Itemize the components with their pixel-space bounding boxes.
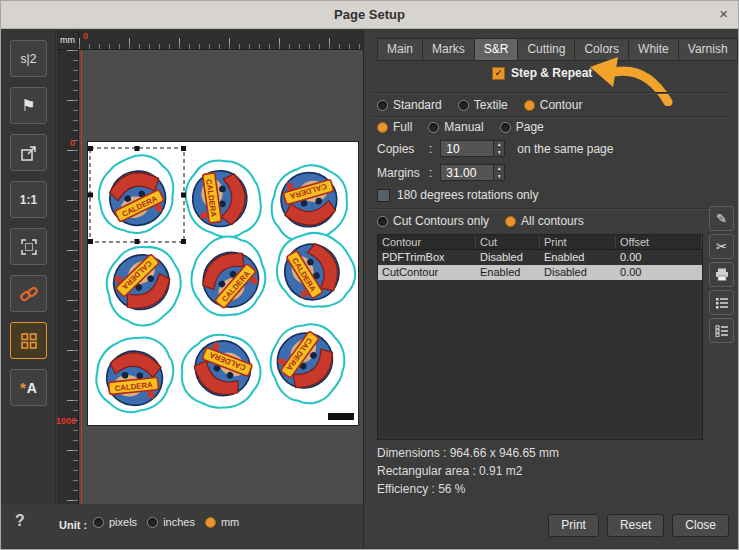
radio-page-label: Page [516, 120, 544, 134]
left-toolbar: s|2 ⚑ 1:1 *A [1, 30, 56, 504]
contours-table[interactable]: Contour Cut Print Offset PDFTrimBox Disa… [377, 234, 703, 440]
action-buttons: Print Reset Close [548, 514, 729, 537]
efficiency-stat: Efficiency : 56 % [377, 482, 466, 496]
radio-standard[interactable]: Standard [377, 98, 442, 112]
one-to-one-icon: 1:1 [20, 193, 37, 207]
titlebar: Page Setup × [1, 1, 738, 29]
rotation-checkbox-row[interactable]: 180 degrees rotations only [377, 188, 730, 202]
sticker[interactable] [270, 164, 348, 243]
copies-field[interactable]: 10 ▲▼ [440, 140, 505, 157]
tab-colors[interactable]: Colors [574, 38, 628, 61]
radio-contour[interactable]: Contour [524, 98, 583, 112]
step-repeat-checkbox[interactable]: ✓ [492, 67, 505, 80]
radio-unit-pixels[interactable]: pixels [93, 516, 137, 528]
radio-manual[interactable]: Manual [428, 120, 483, 134]
margins-label: Margins [377, 166, 427, 180]
margins-spinner: ▲▼ [493, 165, 504, 180]
scissors-icon: ✂ [716, 239, 727, 254]
print-button[interactable]: Print [548, 514, 599, 537]
copies-input[interactable]: 10 [441, 141, 493, 156]
col-offset[interactable]: Offset [616, 235, 702, 249]
col-print[interactable]: Print [540, 235, 616, 249]
fit-view-button[interactable] [10, 228, 47, 265]
spin-up-icon[interactable]: ▲ [494, 165, 504, 173]
tab-main[interactable]: Main [377, 38, 422, 61]
v-ruler-1000: 1000 [56, 416, 76, 426]
cell-contour: PDFTrimBox [378, 250, 476, 265]
sticker[interactable] [176, 224, 282, 330]
help-button[interactable]: ? [15, 512, 25, 530]
layout-canvas[interactable]: CALDERA [79, 50, 363, 504]
radio-dot [524, 100, 535, 111]
reset-button[interactable]: Reset [607, 514, 664, 537]
col-cut[interactable]: Cut [476, 235, 540, 249]
radio-dot [428, 122, 439, 133]
tab-varnish[interactable]: Varnish [678, 38, 738, 61]
select-all-rows-button[interactable] [709, 318, 734, 343]
radio-unit-inches[interactable]: inches [147, 516, 195, 528]
dimensions-stat: Dimensions : 964.66 x 946.65 mm [377, 446, 559, 460]
tab-cutting[interactable]: Cutting [517, 38, 574, 61]
radio-cut-contours-only[interactable]: Cut Contours only [377, 214, 489, 228]
col-contour[interactable]: Contour [378, 235, 476, 249]
asterisk-icon: * [20, 379, 26, 396]
tab-marks[interactable]: Marks [422, 38, 474, 61]
step-repeat-checkbox-row[interactable]: ✓ Step & Repeat [492, 66, 592, 80]
rotation-checkbox[interactable] [377, 189, 390, 202]
margins-row: Margins : 31.00 ▲▼ [377, 164, 730, 181]
ruler-unit-label: mm [60, 35, 75, 45]
sticker[interactable] [168, 319, 274, 425]
divider [372, 116, 730, 117]
radio-textile[interactable]: Textile [458, 98, 508, 112]
close-icon[interactable]: × [719, 5, 728, 22]
mirror-tool-button[interactable]: s|2 [10, 40, 47, 77]
export-tool-button[interactable] [10, 134, 47, 171]
radio-standard-label: Standard [393, 98, 442, 112]
step-repeat-tool-button[interactable] [10, 322, 47, 359]
margins-field[interactable]: 31.00 ▲▼ [440, 164, 505, 181]
radio-dot [500, 122, 511, 133]
table-row[interactable]: CutContour Enabled Disabled 0.00 [378, 265, 702, 280]
radio-dot [205, 517, 216, 528]
radio-full-label: Full [393, 120, 412, 134]
sticker[interactable] [254, 310, 358, 417]
table-row[interactable]: PDFTrimBox Disabled Enabled 0.00 [378, 250, 702, 265]
tab-white[interactable]: White [628, 38, 678, 61]
list-all-icon [715, 325, 729, 337]
spin-down-icon[interactable]: ▼ [494, 149, 504, 157]
sticker[interactable] [267, 223, 358, 318]
spin-up-icon[interactable]: ▲ [494, 141, 504, 149]
tab-sr[interactable]: S&R [474, 38, 518, 61]
print-toggle-button[interactable] [709, 262, 734, 287]
link-tool-button[interactable] [10, 275, 47, 312]
edit-contour-button[interactable]: ✎ [709, 206, 734, 231]
cell-cut: Disabled [476, 250, 540, 265]
close-button[interactable]: Close [672, 514, 729, 537]
radio-all-contours[interactable]: All contours [505, 214, 584, 228]
radio-dot [377, 100, 388, 111]
sticker[interactable] [182, 157, 266, 240]
colon: : [429, 166, 432, 180]
margins-input[interactable]: 31.00 [441, 165, 493, 180]
spin-down-icon[interactable]: ▼ [494, 173, 504, 181]
text-tool-button[interactable]: *A [10, 369, 47, 406]
step-repeat-grid-icon [20, 332, 38, 350]
h-ruler-zero: 0 [83, 31, 88, 41]
radio-unit-mm[interactable]: mm [205, 516, 239, 528]
ruler-unit-box[interactable]: mm [57, 30, 79, 50]
sticker[interactable] [92, 149, 182, 239]
sticker[interactable] [92, 233, 196, 337]
cut-toggle-button[interactable]: ✂ [709, 234, 734, 259]
zoom-1to1-button[interactable]: 1:1 [10, 181, 47, 218]
radio-dot [147, 517, 158, 528]
workspace: mm 0 0 1000 [57, 30, 363, 504]
radio-full[interactable]: Full [377, 120, 412, 134]
radio-page[interactable]: Page [500, 120, 544, 134]
select-rows-button[interactable] [709, 290, 734, 315]
print-page[interactable]: CALDERA [87, 141, 359, 426]
sticker[interactable] [92, 332, 177, 418]
vertical-ruler: 0 1000 [57, 50, 79, 504]
page-artwork: CALDERA [88, 142, 358, 425]
flag-tool-button[interactable]: ⚑ [10, 87, 47, 124]
copies-row: Copies : 10 ▲▼ on the same page [377, 140, 730, 157]
